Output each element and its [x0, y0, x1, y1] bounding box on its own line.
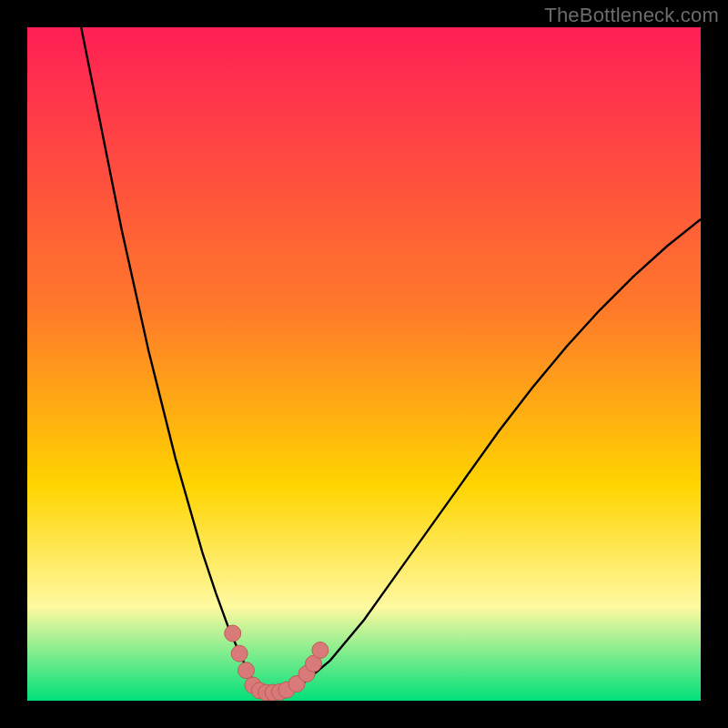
data-marker — [312, 642, 329, 659]
data-marker — [231, 645, 248, 662]
data-marker — [225, 625, 241, 642]
data-marker — [238, 662, 255, 679]
gradient-background — [27, 27, 701, 701]
plot-area — [27, 27, 701, 701]
chart-svg — [27, 27, 701, 701]
watermark-text: TheBottleneck.com — [544, 4, 719, 27]
outer-frame: TheBottleneck.com — [0, 0, 728, 728]
